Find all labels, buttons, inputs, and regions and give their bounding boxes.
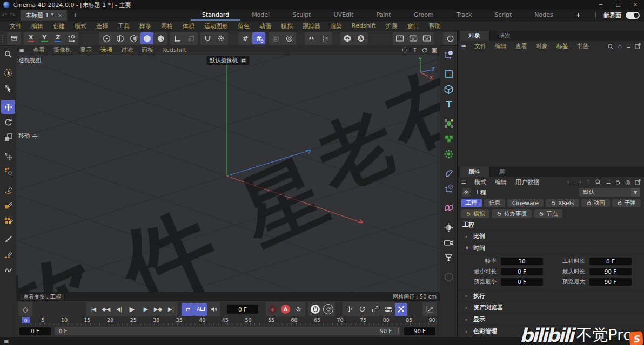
key-position-button[interactable]	[343, 303, 355, 316]
toolbar-drag-handle[interactable]	[2, 34, 4, 43]
camera-badge[interactable]: 默认摄像机⇄	[206, 56, 249, 65]
redo-icon[interactable]: ↷	[10, 11, 16, 19]
om-menu-item[interactable]: 标签	[553, 42, 572, 50]
category-info-button[interactable]: 信息	[484, 199, 505, 207]
fcurve-editor-button[interactable]	[422, 302, 437, 316]
polygons-mode-button[interactable]	[127, 32, 140, 44]
preview-range-slider[interactable]: 0 F 90 F	[55, 327, 400, 335]
key-mouse-button[interactable]	[309, 303, 321, 316]
next-key-button[interactable]: ▶◆	[152, 303, 164, 316]
category-todo-button[interactable]: 待办事项	[492, 209, 532, 218]
add-document-button[interactable]: +	[72, 11, 78, 19]
range-start-field[interactable]: 0 F	[19, 327, 51, 335]
tab-objects[interactable]: 对象	[460, 31, 489, 41]
menu-item[interactable]: 样条	[135, 22, 156, 30]
category-bullet-button[interactable]: 子弹	[612, 199, 641, 207]
category-project-button[interactable]: 工程	[461, 199, 482, 207]
enable-axis-button[interactable]	[171, 32, 184, 44]
menu-item[interactable]: 运动图形	[199, 22, 233, 30]
spline-smooth-tool[interactable]	[1, 262, 15, 276]
text-object-button[interactable]	[442, 97, 456, 111]
min-time-field[interactable]: 0 F	[501, 268, 543, 275]
menu-item[interactable]: 模式	[70, 22, 91, 30]
layout-tab[interactable]: Nodes	[523, 10, 564, 21]
add-layout-button[interactable]: +	[565, 10, 592, 21]
om-menu-item[interactable]: 文件	[471, 42, 490, 50]
find-tool-icon[interactable]	[1, 47, 15, 61]
snap-magnet-button[interactable]	[201, 32, 214, 44]
category-animation-button[interactable]: 动画	[581, 199, 610, 207]
layout-tab[interactable]: Script	[483, 10, 523, 21]
am-menu-item[interactable]: 用户数据	[512, 178, 543, 186]
key-rotate-button[interactable]	[322, 303, 334, 316]
document-close-icon[interactable]: ×	[58, 12, 62, 18]
maximize-button[interactable]: □	[609, 0, 627, 10]
range-end-field[interactable]: 90 F	[404, 327, 435, 335]
nav-up-icon[interactable]: ↑	[586, 179, 591, 186]
frame-rate-field[interactable]: 30	[501, 258, 543, 265]
maximize-view-icon[interactable]: ▣	[432, 46, 437, 53]
pan-view-icon[interactable]	[401, 46, 408, 53]
move-tool[interactable]	[1, 100, 15, 114]
model-mode-button[interactable]	[140, 32, 153, 44]
tweak-tool[interactable]	[1, 81, 15, 95]
menu-item[interactable]: 创建	[48, 22, 70, 30]
lock-icon[interactable]	[615, 179, 621, 185]
om-menu-item[interactable]: 对象	[532, 42, 552, 50]
workplane-button[interactable]	[184, 32, 197, 44]
keyframe-diamond-button[interactable]: ◇	[18, 302, 32, 316]
layout-tab[interactable]: UVEdit	[323, 10, 365, 21]
layout-tab[interactable]: Standard	[191, 10, 240, 21]
new-ui-toggle[interactable]	[626, 12, 640, 19]
preset-dropdown[interactable]: 默认▼	[579, 188, 640, 197]
category-simulation-button[interactable]: 模拟	[461, 209, 489, 218]
timeline-playhead[interactable]: 0	[22, 317, 30, 323]
range-slider-grip[interactable]	[395, 328, 399, 334]
texture-mode-button[interactable]	[154, 32, 167, 44]
sound-button[interactable]	[207, 303, 220, 316]
record-keyframe-button[interactable]: ◆	[266, 303, 279, 316]
play-button[interactable]: ▶	[126, 303, 138, 316]
rotate-tool[interactable]	[1, 115, 15, 129]
instance-button[interactable]	[442, 201, 456, 215]
prev-frame-button[interactable]: ◀|	[113, 303, 125, 316]
layout-tab[interactable]: Groom	[403, 10, 445, 21]
lock-x-axis-button[interactable]: X	[24, 32, 37, 44]
section-display[interactable]: › 显示	[458, 314, 644, 326]
viewport-menu-item[interactable]: Redshift	[158, 46, 191, 53]
line-pen-tool[interactable]	[1, 247, 15, 261]
viewport-menu-item[interactable]: 选项	[96, 46, 117, 54]
menu-item[interactable]: 文件	[5, 22, 26, 30]
nav-back-icon[interactable]: ←	[567, 179, 572, 186]
multi-transform-tool[interactable]	[1, 164, 15, 178]
minimize-button[interactable]: ─	[592, 0, 609, 10]
generator-button[interactable]	[442, 117, 456, 131]
key-scale-button[interactable]	[369, 303, 381, 316]
key-pla-button[interactable]	[395, 303, 407, 316]
section-scale[interactable]: › 比例	[458, 231, 644, 242]
export-icon[interactable]	[635, 43, 641, 49]
status-hamburger-icon[interactable]: ≡	[4, 338, 9, 345]
content-box-button[interactable]	[8, 32, 21, 44]
menu-item[interactable]: 体积	[178, 22, 199, 30]
key-parameters-button[interactable]	[382, 303, 394, 316]
primitive-cube-button[interactable]	[442, 82, 456, 96]
target-icon[interactable]: ◎	[625, 179, 630, 186]
solo-auto-button[interactable]: A	[354, 32, 367, 44]
menu-item[interactable]: 角色	[233, 22, 254, 30]
viewport-canvas[interactable]: 软 件 星 老 右 透视视图 默认摄像机⇄ 移动 Y Z X	[16, 55, 440, 293]
viewport-menu-item[interactable]: 查看	[29, 46, 49, 54]
menu-item[interactable]: 编辑	[26, 22, 48, 30]
viewport-menu-item[interactable]: 显示	[76, 46, 96, 54]
filter-icon[interactable]: ≡	[606, 179, 611, 186]
rotate-view-icon[interactable]	[421, 47, 428, 53]
autokey-button[interactable]: A	[279, 303, 292, 316]
search-icon[interactable]	[607, 43, 614, 50]
solo-eye-button[interactable]	[341, 32, 354, 44]
gear-circle-button[interactable]	[283, 32, 296, 44]
undo-icon[interactable]: ↶	[2, 11, 7, 19]
filter-icon[interactable]: ≡	[626, 43, 630, 50]
close-button[interactable]: ×	[627, 0, 644, 10]
tab-layers[interactable]: 层	[490, 167, 513, 177]
menu-item[interactable]: 选择	[91, 22, 113, 30]
